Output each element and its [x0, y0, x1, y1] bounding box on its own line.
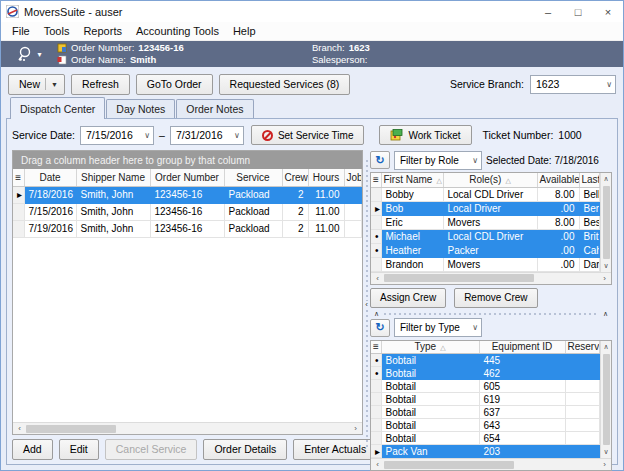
col-shipper-name[interactable]: Shipper Name [76, 169, 150, 186]
group-by-bar[interactable]: Drag a column header here to group by th… [13, 151, 362, 169]
scrollbar-thumb[interactable] [26, 425, 116, 433]
schedule-row[interactable]: 7/19/2016 Smith, John 123456-16 Packload… [13, 220, 362, 237]
scroll-right-icon[interactable]: › [598, 459, 611, 470]
requested-services-button[interactable]: Requested Services (8) [219, 74, 351, 95]
scrollbar-thumb[interactable] [603, 354, 610, 446]
close-button[interactable]: × [593, 1, 623, 22]
chevron-down-icon[interactable]: ▼ [45, 78, 58, 90]
col-order-number[interactable]: Order Number [150, 169, 224, 186]
menu-help[interactable]: Help [226, 25, 263, 37]
scrollbar-thumb[interactable] [384, 274, 534, 282]
schedule-hscrollbar[interactable]: ‹ › [13, 422, 362, 434]
menu-file[interactable]: File [5, 25, 37, 37]
equipment-filter-select[interactable]: Filter by Type ∨ [394, 318, 482, 337]
col-date[interactable]: Date [24, 169, 76, 186]
crew-row[interactable]: Brandon Movers .00 Daniels [371, 257, 600, 271]
service-date-to-select[interactable]: 7/31/2016 ∨ [170, 126, 244, 145]
scroll-left-icon[interactable]: ‹ [371, 459, 384, 470]
new-button[interactable]: New ▼ [8, 74, 65, 95]
menu-reports[interactable]: Reports [76, 25, 129, 37]
service-branch-select[interactable]: 1623 ∨ [530, 75, 616, 94]
menu-accounting-tools[interactable]: Accounting Tools [129, 25, 226, 37]
equipment-row[interactable]: ▸ Pack Van 203 [371, 445, 600, 458]
crew-refresh-button[interactable]: ↻ [370, 151, 390, 169]
col-first-name[interactable]: First Name△ [381, 173, 443, 187]
col-crew[interactable]: Crew [282, 169, 308, 186]
scroll-up-icon[interactable]: ∧ [601, 173, 611, 185]
col-hours[interactable]: Hours [308, 169, 344, 186]
scroll-right-icon[interactable]: › [598, 273, 611, 284]
col-equipment-id[interactable]: Equipment ID [479, 341, 565, 354]
row-marker [371, 393, 381, 406]
crew-vscrollbar[interactable]: ∧ ∨ [600, 173, 611, 272]
cell-type: Bobtail [381, 419, 479, 432]
col-service[interactable]: Service [224, 169, 282, 186]
collapse-left-icon[interactable]: ‹ [365, 301, 368, 309]
scroll-left-icon[interactable]: ‹ [13, 423, 26, 434]
collapse-up-icon[interactable]: ∧ [603, 310, 608, 317]
vertical-splitter[interactable]: ‹ [363, 150, 370, 460]
scroll-left-icon[interactable]: ‹ [371, 273, 384, 284]
cell-reserved [565, 419, 600, 432]
scrollbar-thumb[interactable] [384, 461, 514, 469]
order-details-button[interactable]: Order Details [203, 439, 287, 460]
crew-hscrollbar[interactable]: ‹ › [371, 272, 611, 284]
col-type[interactable]: Type△ [381, 341, 479, 354]
equipment-row[interactable]: Bobtail 643 [371, 419, 600, 432]
equipment-row[interactable]: Bobtail 654 [371, 432, 600, 445]
cell-equipment-id: 643 [479, 419, 565, 432]
schedule-row[interactable]: ▸ 7/18/2016 Smith, John 123456-16 Packlo… [13, 186, 362, 203]
menu-tools[interactable]: Tools [37, 25, 77, 37]
scroll-down-icon[interactable]: ∨ [601, 446, 611, 458]
remove-crew-button[interactable]: Remove Crew [454, 288, 537, 308]
service-date-from-select[interactable]: 7/15/2016 ∨ [80, 126, 154, 145]
maximize-button[interactable]: □ [563, 1, 593, 22]
order-search-button[interactable]: ▾ [1, 45, 57, 63]
equipment-row[interactable]: Bobtail 605 [371, 380, 600, 393]
crew-filter-select[interactable]: Filter by Role ∨ [394, 151, 482, 170]
cell-roles: Local Driver [443, 201, 537, 215]
crew-row[interactable]: Bobby Local CDL Driver 8.00 Bell [371, 187, 600, 201]
enter-actuals-label: Enter Actuals [304, 443, 366, 455]
dispatch-center-panel: Service Date: 7/15/2016 ∨ – 7/31/2016 ∨ … [6, 118, 618, 465]
col-label: Crew [285, 172, 308, 183]
crew-row[interactable]: Eric Movers 8.00 Best [371, 215, 600, 229]
scroll-down-icon[interactable]: ∨ [601, 260, 611, 272]
title-bar: MoversSuite - auser – □ × [1, 1, 623, 22]
refresh-button[interactable]: Refresh [71, 74, 130, 95]
edit-button[interactable]: Edit [59, 439, 99, 460]
crew-row[interactable]: • Heather Packer .00 Cahill [371, 243, 600, 257]
col-job-start[interactable]: Job Start [344, 169, 362, 186]
crew-row[interactable]: • Michael Local CDL Driver .00 Britt [371, 229, 600, 243]
tab-dispatch-center[interactable]: Dispatch Center [10, 97, 105, 119]
scrollbar-thumb[interactable] [603, 186, 610, 259]
equipment-hscrollbar[interactable]: ‹ › [371, 458, 611, 470]
schedule-row[interactable]: 7/15/2016 Smith, John 123456-16 Packload… [13, 203, 362, 220]
tab-order-notes[interactable]: Order Notes [176, 99, 253, 118]
set-service-time-button[interactable]: Set Service Time [251, 125, 365, 145]
col-last-name[interactable]: Last N [579, 173, 600, 187]
equipment-row[interactable]: Bobtail 619 [371, 393, 600, 406]
minimize-button[interactable]: – [533, 1, 563, 22]
scroll-right-icon[interactable]: › [349, 423, 362, 434]
work-ticket-button[interactable]: Work Ticket [379, 125, 471, 145]
col-roles[interactable]: Role(s)△ [443, 173, 537, 187]
row-marker: • [371, 243, 381, 257]
horizontal-splitter[interactable]: ∧ ∧ [370, 310, 612, 318]
selector-header-icon: ≡ [371, 173, 381, 187]
col-reserved[interactable]: Reserved [565, 341, 600, 354]
scroll-up-icon[interactable]: ∧ [601, 341, 611, 353]
equipment-row[interactable]: Bobtail 637 [371, 406, 600, 419]
equipment-refresh-button[interactable]: ↻ [370, 319, 390, 337]
add-button[interactable]: Add [12, 439, 53, 460]
tab-day-notes[interactable]: Day Notes [106, 99, 175, 118]
goto-order-button[interactable]: GoTo Order [136, 74, 213, 95]
equipment-row[interactable]: • Bobtail 462 [371, 367, 600, 380]
equipment-vscrollbar[interactable]: ∧ ∨ [600, 341, 611, 459]
equipment-row[interactable]: • Bobtail 445 [371, 354, 600, 367]
col-available[interactable]: Available [537, 173, 579, 187]
service-date-from-value: 7/15/2016 [86, 129, 133, 141]
assign-crew-button[interactable]: Assign Crew [370, 288, 446, 308]
collapse-up-icon[interactable]: ∧ [374, 310, 379, 317]
crew-row[interactable]: ▸ Bob Local Driver .00 Bender [371, 201, 600, 215]
